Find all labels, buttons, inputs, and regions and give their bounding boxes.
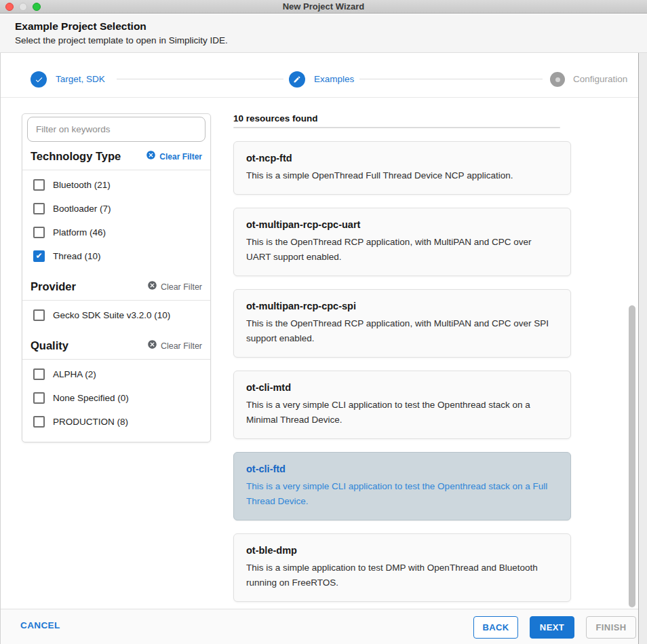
example-name: ot-ble-dmp	[246, 544, 558, 557]
example-description: This is a very simple CLI application to…	[246, 398, 558, 428]
example-card-ot-cli-ftd[interactable]: ot-cli-ftd This is a very simple CLI app…	[233, 452, 571, 520]
filter-option-alpha[interactable]: ALPHA (2)	[22, 362, 210, 386]
pencil-icon	[293, 75, 301, 83]
next-button[interactable]: NEXT	[530, 616, 574, 639]
filter-option-bluetooth[interactable]: Bluetooth (21)	[22, 173, 210, 197]
check-icon	[35, 75, 43, 84]
option-label: Bluetooth (21)	[53, 180, 111, 190]
wizard-header: Example Project Selection Select the pro…	[0, 14, 647, 53]
new-project-wizard-window: New Project Wizard Example Project Selec…	[0, 0, 647, 644]
section-title: Quality	[31, 339, 68, 352]
checkbox[interactable]	[33, 227, 45, 238]
results-scrollbar-thumb[interactable]	[629, 305, 635, 607]
example-name: ot-multipan-rcp-cpc-uart	[246, 218, 558, 231]
window-left-edge	[0, 53, 1, 644]
clear-filter-button-provider[interactable]: Clear Filter	[147, 280, 202, 293]
filter-option-bootloader[interactable]: Bootloader (7)	[22, 197, 210, 221]
example-card-ot-multipan-rcp-cpc-uart[interactable]: ot-multipan-rcp-cpc-uart This is the Ope…	[233, 208, 571, 276]
clear-filter-icon	[147, 280, 157, 293]
clear-filter-label: Clear Filter	[161, 282, 202, 292]
option-label: Bootloader (7)	[53, 204, 111, 214]
filter-option-platform[interactable]: Platform (46)	[22, 221, 210, 244]
option-label: PRODUCTION (8)	[53, 417, 128, 427]
example-name: ot-cli-ftd	[246, 462, 558, 476]
checkbox[interactable]	[33, 203, 45, 214]
clear-filter-button-technology[interactable]: Clear Filter	[146, 150, 202, 163]
example-card-ot-ble-dmp[interactable]: ot-ble-dmp This is a simple application …	[233, 533, 571, 602]
stepper-connector	[359, 79, 543, 79]
checkbox[interactable]	[33, 250, 45, 262]
filter-option-gecko-sdk[interactable]: Gecko SDK Suite v3.2.0 (10)	[22, 303, 210, 327]
example-description: This is a simple application to test DMP…	[246, 561, 558, 590]
wizard-stepper: Target, SDK Examples Configuration	[0, 53, 647, 98]
section-title: Technology Type	[31, 150, 121, 163]
option-label: None Specified (0)	[53, 393, 129, 403]
example-description: This is a very simple CLI application to…	[246, 479, 558, 509]
window-right-edge	[638, 53, 647, 644]
example-description: This is a simple OpenThread Full Thread …	[246, 168, 558, 183]
clear-filter-icon	[147, 339, 157, 352]
filter-option-production[interactable]: PRODUCTION (8)	[22, 410, 210, 434]
filter-section-header-provider: Provider Clear Filter	[22, 272, 210, 300]
clear-filter-button-quality[interactable]: Clear Filter	[147, 339, 202, 352]
checkbox[interactable]	[33, 392, 45, 404]
window-title: New Project Wizard	[0, 0, 647, 14]
keyword-filter-input[interactable]	[27, 117, 205, 142]
checkbox[interactable]	[33, 309, 45, 321]
checkbox[interactable]	[33, 179, 45, 191]
clear-filter-label: Clear Filter	[159, 152, 202, 162]
filter-option-none-specified[interactable]: None Specified (0)	[22, 386, 210, 410]
step-target-sdk[interactable]	[31, 71, 47, 88]
example-name: ot-cli-mtd	[246, 381, 558, 394]
example-card-ot-multipan-rcp-cpc-spi[interactable]: ot-multipan-rcp-cpc-spi This is the Open…	[233, 289, 571, 358]
filter-option-thread[interactable]: Thread (10)	[22, 244, 210, 268]
step-label-examples[interactable]: Examples	[314, 74, 354, 85]
finish-button[interactable]: FINISH	[586, 616, 636, 639]
filter-section-header-quality: Quality Clear Filter	[22, 331, 210, 359]
example-description: This is the OpenThread RCP application, …	[246, 235, 558, 265]
option-label: Thread (10)	[53, 251, 101, 261]
example-card-ot-cli-mtd[interactable]: ot-cli-mtd This is a very simple CLI app…	[233, 371, 571, 439]
step-label-target-sdk[interactable]: Target, SDK	[56, 74, 105, 85]
stepper-connector	[117, 79, 283, 79]
checkbox[interactable]	[33, 416, 45, 428]
back-button[interactable]: BACK	[473, 616, 518, 639]
example-description: This is the OpenThread RCP application, …	[246, 316, 558, 346]
wizard-footer: CANCEL BACK NEXT FINISH	[0, 609, 647, 644]
page-title: Example Project Selection	[15, 20, 647, 33]
option-label: Platform (46)	[53, 227, 106, 238]
example-card-ot-ncp-ftd[interactable]: ot-ncp-ftd This is a simple OpenThread F…	[233, 141, 571, 195]
example-name: ot-ncp-ftd	[246, 151, 558, 165]
filter-panel: Technology Type Clear Filter Bluetooth (…	[22, 113, 211, 442]
clear-filter-label: Clear Filter	[161, 341, 202, 351]
filter-section-header-technology: Technology Type Clear Filter	[22, 142, 210, 170]
section-title: Provider	[31, 280, 76, 293]
option-label: Gecko SDK Suite v3.2.0 (10)	[53, 310, 170, 320]
divider	[233, 127, 560, 128]
checkbox[interactable]	[33, 368, 45, 380]
option-label: ALPHA (2)	[53, 369, 96, 379]
quality-options: ALPHA (2) None Specified (0) PRODUCTION …	[22, 360, 210, 438]
step-examples[interactable]	[289, 71, 305, 88]
step-configuration[interactable]	[550, 72, 565, 87]
title-bar: New Project Wizard	[0, 0, 647, 14]
results-count: 10 resources found	[233, 109, 629, 127]
clear-filter-icon	[146, 150, 156, 163]
cancel-button[interactable]: CANCEL	[20, 620, 60, 630]
page-subtitle: Select the project template to open in S…	[15, 35, 647, 45]
example-results-list: 10 resources found ot-ncp-ftd This is a …	[233, 109, 629, 602]
example-name: ot-multipan-rcp-cpc-spi	[246, 299, 558, 313]
technology-options: Bluetooth (21) Bootloader (7) Platform (…	[22, 170, 210, 272]
provider-options: Gecko SDK Suite v3.2.0 (10)	[22, 301, 210, 331]
step-label-configuration[interactable]: Configuration	[573, 74, 627, 85]
